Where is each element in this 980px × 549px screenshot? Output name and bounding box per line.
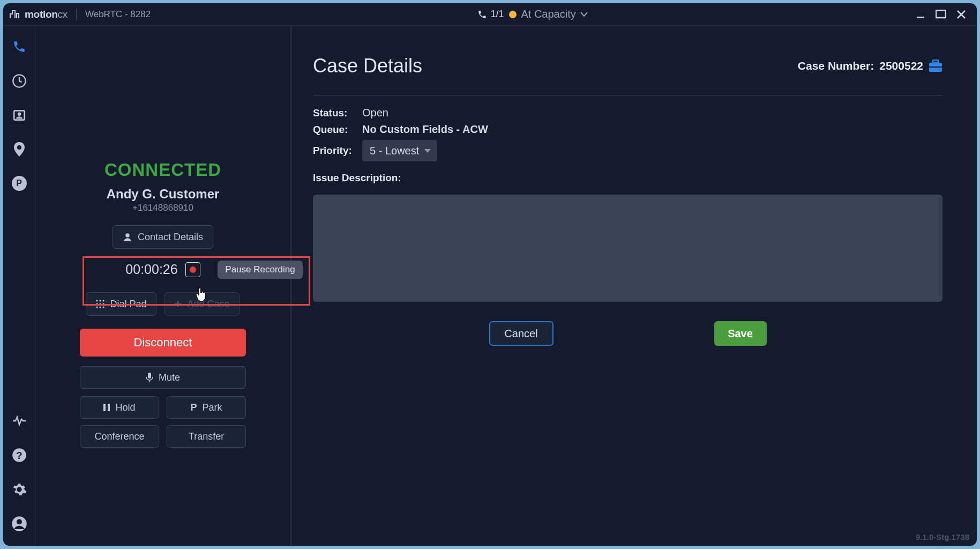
svg-point-4 bbox=[17, 113, 21, 116]
svg-rect-21 bbox=[108, 404, 110, 411]
clock-icon bbox=[12, 73, 27, 88]
svg-rect-20 bbox=[103, 404, 106, 411]
save-button[interactable]: Save bbox=[714, 321, 767, 346]
timer-row: 00:00:26 Pause Recording bbox=[125, 262, 200, 277]
pause-recording-button[interactable] bbox=[185, 262, 200, 277]
svg-point-18 bbox=[103, 306, 104, 308]
monitor-icon bbox=[12, 416, 26, 426]
caller-phone: +16148868910 bbox=[132, 203, 193, 213]
description-label: Issue Description: bbox=[313, 172, 942, 184]
park-letter-icon: P bbox=[190, 402, 197, 413]
svg-rect-0 bbox=[917, 17, 924, 18]
svg-point-14 bbox=[100, 303, 101, 305]
gear-icon bbox=[12, 482, 27, 497]
sidebar-phone[interactable] bbox=[11, 39, 27, 55]
call-panel: CONNECTED Andy G. Customer +16148868910 … bbox=[35, 26, 291, 546]
queue-value: No Custom Fields - ACW bbox=[362, 123, 488, 136]
svg-point-17 bbox=[100, 306, 101, 308]
sidebar-monitor[interactable] bbox=[11, 413, 27, 429]
park-letter-icon: P bbox=[16, 179, 22, 188]
pause-icon bbox=[103, 404, 110, 411]
priority-label: Priority: bbox=[313, 145, 356, 157]
person-icon bbox=[123, 232, 132, 242]
connection-label: WebRTC - 8282 bbox=[85, 9, 151, 20]
mute-button[interactable]: Mute bbox=[80, 366, 246, 389]
svg-rect-24 bbox=[929, 66, 942, 68]
svg-point-11 bbox=[100, 300, 101, 301]
title-bar: motioncx WebRTC - 8282 1/1 At Capacity bbox=[3, 3, 977, 26]
mic-icon bbox=[146, 373, 153, 382]
disconnect-button[interactable]: Disconnect bbox=[80, 329, 246, 357]
svg-point-8 bbox=[17, 519, 22, 524]
add-case-button: Add Case bbox=[164, 292, 240, 316]
phone-icon bbox=[477, 10, 487, 19]
sidebar-account[interactable] bbox=[11, 516, 27, 532]
svg-point-13 bbox=[96, 303, 98, 305]
svg-point-9 bbox=[125, 233, 130, 238]
svg-text:?: ? bbox=[16, 450, 22, 461]
contact-card-icon bbox=[12, 108, 26, 122]
call-status: CONNECTED bbox=[104, 160, 221, 180]
version-label: 9.1.0-Stg.1738 bbox=[916, 532, 969, 541]
sidebar-history[interactable] bbox=[11, 73, 27, 89]
svg-point-16 bbox=[96, 306, 98, 308]
hold-button[interactable]: Hold bbox=[80, 396, 159, 419]
park-button[interactable]: P Park bbox=[167, 396, 246, 419]
location-pin-icon bbox=[13, 142, 26, 157]
sidebar-park[interactable]: P bbox=[12, 176, 27, 191]
status-value: Open bbox=[362, 107, 388, 119]
call-counter: 1/1 bbox=[477, 9, 504, 20]
dialpad-button[interactable]: Dial Pad bbox=[86, 292, 156, 316]
chevron-down-icon bbox=[580, 12, 588, 17]
plus-icon bbox=[174, 300, 182, 308]
maximize-button[interactable] bbox=[935, 9, 947, 20]
pause-recording-tooltip: Pause Recording bbox=[218, 261, 302, 279]
window-controls bbox=[915, 9, 970, 20]
sidebar-settings[interactable] bbox=[11, 481, 27, 498]
briefcase-icon bbox=[929, 60, 942, 72]
queue-label: Queue: bbox=[313, 124, 356, 136]
dialpad-icon bbox=[96, 300, 104, 308]
account-icon bbox=[11, 516, 27, 532]
conference-button[interactable]: Conference bbox=[80, 425, 159, 448]
page-title: Case Details bbox=[313, 55, 422, 77]
call-timer: 00:00:26 bbox=[125, 262, 177, 277]
svg-point-12 bbox=[103, 300, 104, 301]
minimize-button[interactable] bbox=[915, 9, 926, 20]
svg-rect-23 bbox=[933, 60, 938, 63]
main-content: Case Details Case Number: 2500522 Status… bbox=[291, 26, 977, 546]
left-sidebar: P ? bbox=[3, 26, 35, 546]
phone-icon bbox=[12, 40, 26, 54]
priority-select[interactable]: 5 - Lowest bbox=[362, 140, 437, 161]
sidebar-location[interactable] bbox=[11, 142, 27, 158]
sidebar-help[interactable]: ? bbox=[11, 447, 27, 463]
close-button[interactable] bbox=[955, 9, 967, 20]
svg-rect-1 bbox=[936, 10, 946, 18]
case-number: Case Number: 2500522 bbox=[798, 60, 942, 72]
issue-description-input[interactable] bbox=[313, 195, 942, 302]
logo-text: motioncx bbox=[25, 9, 68, 20]
sidebar-contacts[interactable] bbox=[11, 107, 27, 123]
logo-mark-icon bbox=[10, 10, 21, 19]
record-dot-icon bbox=[190, 266, 196, 273]
cancel-button[interactable]: Cancel bbox=[489, 321, 553, 346]
status-label: Status: bbox=[313, 107, 356, 119]
svg-point-10 bbox=[96, 300, 98, 301]
svg-rect-19 bbox=[148, 373, 151, 379]
app-logo: motioncx bbox=[10, 9, 68, 20]
status-dot-icon bbox=[509, 11, 517, 18]
transfer-button[interactable]: Transfer bbox=[167, 425, 246, 448]
contact-details-button[interactable]: Contact Details bbox=[113, 225, 213, 249]
svg-point-15 bbox=[103, 303, 104, 305]
title-divider bbox=[76, 9, 77, 20]
help-icon: ? bbox=[12, 448, 27, 463]
availability-status[interactable]: At Capacity bbox=[509, 8, 587, 20]
caller-name: Andy G. Customer bbox=[107, 187, 220, 202]
